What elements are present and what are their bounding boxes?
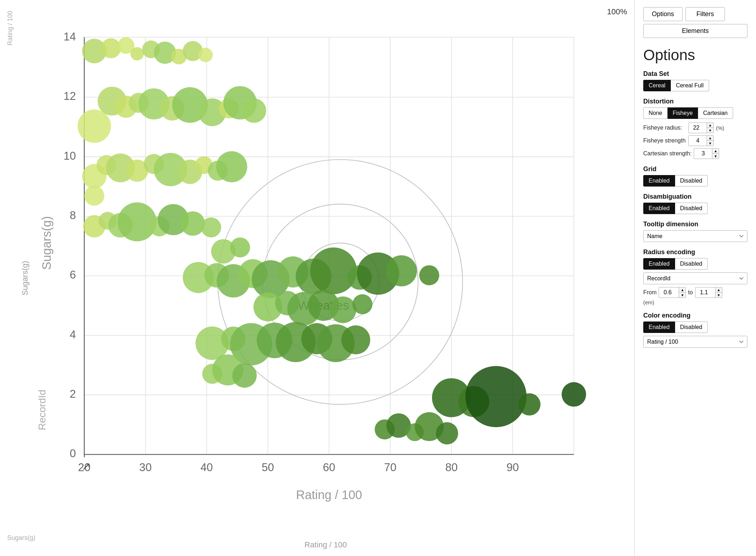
fisheye-strength-row: Fisheye strength ▲ ▼ xyxy=(643,135,747,146)
radius-from-up[interactable]: ▲ xyxy=(679,287,685,292)
disambiguation-enabled-button[interactable]: Enabled xyxy=(643,203,675,214)
fisheye-radius-label: Fisheye radius: xyxy=(643,125,686,131)
radius-dropdown-select[interactable]: RecordId Rating / 100 Sugars(g) xyxy=(643,272,747,284)
radius-unit-label: (em) xyxy=(643,299,747,305)
x-axis-label: Rating / 100 xyxy=(304,540,347,550)
distortion-none-button[interactable]: None xyxy=(643,107,668,119)
svg-point-72 xyxy=(84,186,104,206)
tooltip-dimension-select[interactable]: Name Rating / 100 Sugars(g) RecordId xyxy=(643,230,747,242)
data-set-cereal-button[interactable]: Cereal xyxy=(643,80,671,91)
fisheye-strength-input[interactable] xyxy=(689,136,707,145)
svg-point-45 xyxy=(130,47,144,61)
top-nav-row-1: Options Filters xyxy=(643,7,747,21)
fisheye-strength-spinner[interactable]: ▲ ▼ xyxy=(688,135,714,146)
svg-point-99 xyxy=(330,296,357,323)
tooltip-dimension-label: Tooltip dimension xyxy=(643,221,747,228)
distortion-cartesian-button[interactable]: Cartesian xyxy=(698,107,733,119)
color-dropdown-select[interactable]: Rating / 100 Sugars(g) RecordId xyxy=(643,336,747,348)
radius-encoding-label: Radius encoding xyxy=(643,248,747,256)
svg-text:Sugars(g): Sugars(g) xyxy=(40,216,53,270)
radius-to-down[interactable]: ▼ xyxy=(716,292,722,298)
radius-encoding-toggle: Enabled Disabled xyxy=(643,258,747,270)
fisheye-strength-down[interactable]: ▼ xyxy=(707,141,713,146)
radius-from-down[interactable]: ▼ xyxy=(679,292,685,298)
color-encoding-toggle: Enabled Disabled xyxy=(643,321,747,333)
svg-text:↗: ↗ xyxy=(82,460,91,473)
fisheye-radius-down[interactable]: ▼ xyxy=(707,128,713,133)
radius-encoding-disabled-button[interactable]: Disabled xyxy=(675,258,708,270)
distortion-block: Distortion None Fisheye Cartesian Fishey… xyxy=(643,98,747,159)
distortion-label: Distortion xyxy=(643,98,747,105)
fisheye-radius-row: Fisheye radius: ▲ ▼ (%) xyxy=(643,122,747,133)
top-nav-row-2: Elements xyxy=(643,24,747,38)
radius-from-to-row: From ▲ ▼ to ▲ ▼ xyxy=(643,287,747,298)
radius-to-spinner[interactable]: ▲ ▼ xyxy=(695,287,722,298)
grid-disabled-button[interactable]: Disabled xyxy=(675,175,708,187)
radius-from-spinner[interactable]: ▲ ▼ xyxy=(659,287,686,298)
svg-point-114 xyxy=(465,366,527,427)
svg-text:RecordId: RecordId xyxy=(37,390,48,430)
cartesian-strength-down[interactable]: ▼ xyxy=(712,154,719,159)
svg-text:30: 30 xyxy=(139,461,152,474)
svg-text:80: 80 xyxy=(445,461,458,474)
color-encoding-label: Color encoding xyxy=(643,312,747,319)
top-nav: Options Filters Elements xyxy=(643,7,747,38)
color-encoding-block: Color encoding Enabled Disabled Rating /… xyxy=(643,312,747,348)
filters-tab-button[interactable]: Filters xyxy=(685,7,725,21)
y-axis-top-label: Rating / 100 xyxy=(6,11,14,45)
svg-point-79 xyxy=(180,211,205,236)
svg-text:8: 8 xyxy=(70,209,76,222)
cartesian-strength-up[interactable]: ▲ xyxy=(712,149,719,154)
cartesian-strength-input[interactable] xyxy=(694,149,712,158)
grid-enabled-button[interactable]: Enabled xyxy=(643,175,675,187)
fisheye-strength-label: Fisheye strength xyxy=(643,137,686,144)
svg-point-82 xyxy=(230,237,250,257)
grid-toggle: Enabled Disabled xyxy=(643,175,747,187)
svg-point-93 xyxy=(386,255,417,286)
svg-point-51 xyxy=(78,110,111,143)
elements-tab-button[interactable]: Elements xyxy=(643,24,747,38)
fisheye-radius-input[interactable] xyxy=(689,124,707,132)
percent-label: 100% xyxy=(607,7,627,16)
radius-encoding-enabled-button[interactable]: Enabled xyxy=(643,258,675,270)
radius-to-up[interactable]: ▲ xyxy=(716,287,722,292)
fisheye-radius-up[interactable]: ▲ xyxy=(707,123,713,128)
fisheye-radius-spinner[interactable]: ▲ ▼ xyxy=(688,122,714,133)
svg-text:12: 12 xyxy=(64,90,76,102)
data-set-toggle: Cereal Cereal Full xyxy=(643,80,747,91)
svg-text:50: 50 xyxy=(262,461,274,474)
radius-to-input[interactable] xyxy=(696,288,715,297)
options-section-title: Options xyxy=(643,47,747,64)
radius-from-label: From xyxy=(643,289,656,296)
svg-text:40: 40 xyxy=(200,461,213,474)
svg-text:90: 90 xyxy=(507,461,519,474)
svg-point-115 xyxy=(518,393,541,415)
distortion-fisheye-button[interactable]: Fisheye xyxy=(668,107,698,119)
svg-text:0: 0 xyxy=(70,447,76,460)
grid-block: Grid Enabled Disabled xyxy=(643,165,747,187)
fisheye-radius-unit: (%) xyxy=(716,125,724,131)
options-tab-button[interactable]: Options xyxy=(643,7,683,21)
cartesian-strength-label: Cartesian strength: xyxy=(643,150,692,157)
svg-point-71 xyxy=(216,151,247,182)
disambiguation-label: Disambiguation xyxy=(643,193,747,200)
color-encoding-enabled-button[interactable]: Enabled xyxy=(643,321,675,333)
y-axis-label: Sugars(g) xyxy=(20,261,30,295)
disambiguation-disabled-button[interactable]: Disabled xyxy=(675,203,708,214)
fisheye-strength-up[interactable]: ▲ xyxy=(707,136,713,141)
svg-text:14: 14 xyxy=(64,30,76,43)
color-encoding-disabled-button[interactable]: Disabled xyxy=(675,321,708,333)
svg-point-61 xyxy=(242,98,266,123)
svg-point-94 xyxy=(419,265,439,285)
svg-point-111 xyxy=(232,363,257,388)
data-set-cereal-full-button[interactable]: Cereal Full xyxy=(671,80,709,91)
data-set-label: Data Set xyxy=(643,70,747,78)
svg-point-116 xyxy=(562,382,586,406)
disambiguation-toggle: Enabled Disabled xyxy=(643,203,747,214)
distortion-toggle: None Fisheye Cartesian xyxy=(643,107,747,119)
svg-text:Rating / 100: Rating / 100 xyxy=(296,488,362,502)
sidebar: Options Filters Elements Options Data Se… xyxy=(634,0,756,556)
cartesian-strength-spinner[interactable]: ▲ ▼ xyxy=(694,148,719,159)
svg-point-80 xyxy=(201,217,221,237)
radius-from-input[interactable] xyxy=(659,288,679,297)
